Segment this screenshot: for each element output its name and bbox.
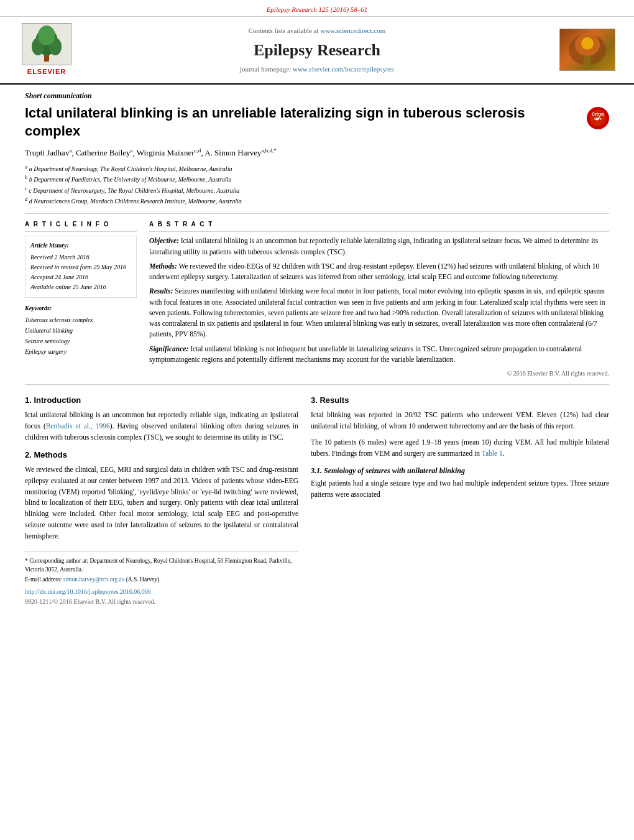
significance-label: Significance: xyxy=(149,345,188,353)
sciencedirect-link[interactable]: www.sciencedirect.com xyxy=(320,27,385,34)
page: Epilepsy Research 125 (2016) 58–61 ELSEV… xyxy=(0,0,634,840)
body-left: 1. Introduction Ictal unilateral blinkin… xyxy=(25,395,298,606)
journal-title: Epilepsy Research xyxy=(87,39,547,62)
body-section: 1. Introduction Ictal unilateral blinkin… xyxy=(25,395,609,606)
footnote: * Corresponding author at: Department of… xyxy=(25,556,298,584)
elsevier-label: ELSEVIER xyxy=(27,67,66,76)
abstract-results: Results: Seizures manifesting with unila… xyxy=(149,286,609,339)
semiology-subheading: 3.1. Semiology of seizures with unilater… xyxy=(311,466,609,476)
ref-benbadis[interactable]: Benbadis et al., 1996 xyxy=(46,422,110,430)
article-info-box: Article history: Received 2 March 2016 R… xyxy=(25,236,137,298)
journal-citation: Epilepsy Research 125 (2016) 58–61 xyxy=(267,6,368,13)
svg-text:Cross: Cross xyxy=(592,112,604,116)
affiliation-b: b b Department of Paediatrics, The Unive… xyxy=(25,174,609,184)
email-line: E-mail address: simon.harvey@rch.org.au … xyxy=(25,575,298,584)
intro-para: Ictal unilateral blinking is an uncommon… xyxy=(25,410,298,443)
received-date: Received 2 March 2016 xyxy=(30,252,131,262)
divider-1 xyxy=(25,213,609,214)
available-date: Available online 25 June 2016 xyxy=(30,282,131,292)
results-label: Results: xyxy=(149,287,173,295)
elsevier-tree-image xyxy=(22,23,71,65)
semiology-para: Eight patients had a single seizure type… xyxy=(311,478,609,501)
methods-para: We reviewed the clinical, EEG, MRI and s… xyxy=(25,464,298,542)
article-title: Ictal unilateral blinking is an unreliab… xyxy=(25,104,581,140)
intro-heading: 1. Introduction xyxy=(25,395,298,406)
methods-text: We reviewed the clinical, EEG, MRI and s… xyxy=(25,464,298,542)
journal-header: ELSEVIER Contents lists available at www… xyxy=(0,17,634,84)
svg-point-4 xyxy=(38,25,55,45)
semiology-text: Eight patients had a single seizure type… xyxy=(311,478,609,501)
results-para-1: Ictal blinking was reported in 20/92 TSC… xyxy=(311,410,609,432)
journal-homepage-link[interactable]: www.elsevier.com/locate/epilepsyres xyxy=(293,65,394,73)
received-revised-date: Received in revised form 29 May 2016 xyxy=(30,262,131,272)
authors: Trupti Jadhava, Catherine Baileya, Wirgi… xyxy=(25,147,609,159)
crossmark-logo: ✓ Cross Mark xyxy=(587,107,609,129)
contents-available: Contents lists available at www.scienced… xyxy=(87,26,547,35)
abstract-methods: Methods: We reviewed the video-EEGs of 9… xyxy=(149,261,609,283)
corresponding-note: * Corresponding author at: Department of… xyxy=(25,556,298,575)
keyword-1: Tuberous sclerosis complex xyxy=(25,315,137,325)
abstract-text: Objective: Ictal unilateral blinking is … xyxy=(149,236,609,378)
affiliation-c: c c Department of Neurosurgery, The Roya… xyxy=(25,185,609,195)
issn-line: 0920-1211/© 2016 Elsevier B.V. All right… xyxy=(25,598,298,606)
footer-section: * Corresponding author at: Department of… xyxy=(25,551,298,607)
doi-line: http://dx.doi.org/10.1016/j.eplepsyres.2… xyxy=(25,588,298,596)
keywords-header: Keywords: xyxy=(25,304,137,313)
results-text: Seizures manifesting with unilateral bli… xyxy=(149,287,605,338)
divider-2 xyxy=(25,384,609,385)
journal-homepage: journal homepage: www.elsevier.com/locat… xyxy=(87,65,547,74)
methods-heading: 2. Methods xyxy=(25,450,298,461)
main-content: Short communication Ictal unilateral bli… xyxy=(0,85,634,613)
article-title-row: Ictal unilateral blinking is an unreliab… xyxy=(25,104,609,140)
journal-top-bar: Epilepsy Research 125 (2016) 58–61 xyxy=(0,0,634,17)
journal-logo-right xyxy=(559,29,615,71)
doi-link[interactable]: http://dx.doi.org/10.1016/j.eplepsyres.2… xyxy=(25,588,151,595)
objective-label: Objective: xyxy=(149,237,179,244)
right-column-abstract: A B S T R A C T Objective: Ictal unilate… xyxy=(149,220,609,378)
affiliation-a: a a Department of Neurology, The Royal C… xyxy=(25,164,609,173)
accepted-date: Accepted 24 June 2016 xyxy=(30,272,131,282)
results-heading: 3. Results xyxy=(311,395,609,406)
affiliation-d: d d Neurosciences Group, Murdoch Childre… xyxy=(25,196,609,206)
svg-point-7 xyxy=(581,37,594,50)
results-text: Ictal blinking was reported in 20/92 TSC… xyxy=(311,410,609,459)
keyword-3: Seizure semiology xyxy=(25,336,137,346)
copyright: © 2016 Elsevier B.V. All rights reserved… xyxy=(149,369,609,378)
elsevier-logo: ELSEVIER xyxy=(19,23,75,76)
abstract-objective: Objective: Ictal unilateral blinking is … xyxy=(149,236,609,257)
affiliations: a a Department of Neurology, The Royal C… xyxy=(25,164,609,206)
significance-text: Ictal unilateral blinking is not infrequ… xyxy=(149,345,582,363)
intro-text: Ictal unilateral blinking is an uncommon… xyxy=(25,410,298,443)
body-right: 3. Results Ictal blinking was reported i… xyxy=(311,395,609,606)
article-info-header: A R T I C L E I N F O xyxy=(25,220,137,232)
journal-center: Contents lists available at www.scienced… xyxy=(75,26,559,74)
keyword-2: Unilateral blinking xyxy=(25,325,137,336)
section-type: Short communication xyxy=(25,91,609,101)
table-1-link[interactable]: Table 1 xyxy=(482,450,503,457)
methods-text: We reviewed the video-EEGs of 92 childre… xyxy=(149,262,599,280)
abstract-significance: Significance: Ictal unilateral blinking … xyxy=(149,344,609,366)
svg-rect-8 xyxy=(584,56,590,66)
keywords-box: Keywords: Tuberous sclerosis complex Uni… xyxy=(25,304,137,357)
article-history-header: Article history: xyxy=(30,241,131,250)
svg-text:Mark: Mark xyxy=(594,117,602,121)
two-col-abstract: A R T I C L E I N F O Article history: R… xyxy=(25,220,609,378)
abstract-header: A B S T R A C T xyxy=(149,220,609,232)
keyword-4: Epilepsy surgery xyxy=(25,346,137,357)
email-link[interactable]: simon.harvey@rch.org.au xyxy=(63,576,125,583)
methods-label: Methods: xyxy=(149,262,177,270)
left-column: A R T I C L E I N F O Article history: R… xyxy=(25,220,137,378)
results-para-2: The 10 patients (6 males) were aged 1.9–… xyxy=(311,437,609,459)
objective-text: Ictal unilateral blinking is an uncommon… xyxy=(149,237,598,255)
